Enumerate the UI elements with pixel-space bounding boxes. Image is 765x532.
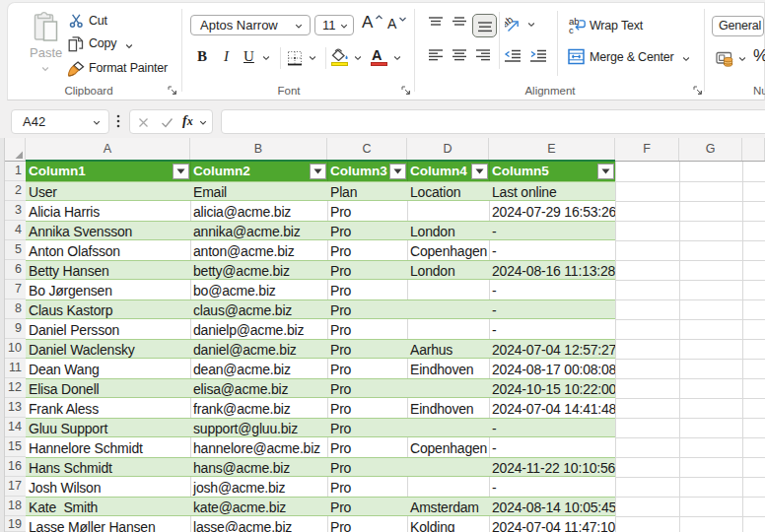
svg-text:c: c (569, 25, 574, 34)
svg-text:ab: ab (505, 16, 516, 30)
